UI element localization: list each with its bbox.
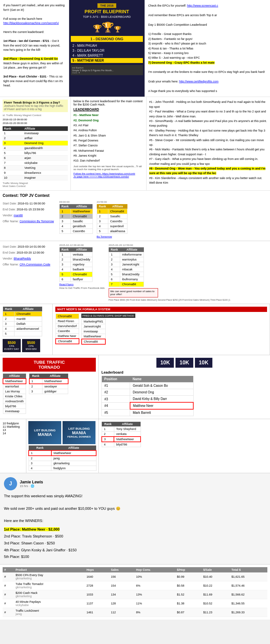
affiliate: ChromaBit <box>120 282 144 287</box>
section2-left: Fiverr Tweak Brings in 3 Figures a Day? … <box>0 97 71 190</box>
jamie-section: J Jamie Lewis 15 hrs · 🌐 The support thi… <box>0 473 270 565</box>
table-row: 5alaakhassa <box>97 229 127 234</box>
stat-hops: 1033 <box>85 590 109 599</box>
lb-item-2: 2 - MAN PHUAH <box>71 43 143 48</box>
trophy-1st: 🏆 <box>102 21 114 33</box>
sec4-table2: 2015-02-20 12:59:00 RankAffiliate 1mikef… <box>109 244 230 301</box>
table-row: AndreasSmith <box>3 399 26 404</box>
lb-main: MANIA <box>38 432 52 437</box>
table-row: 3JamesKnight <box>109 262 144 267</box>
rank: 4 <box>3 326 14 331</box>
lb-8: #8. Mohammed Faraaz <box>73 148 144 153</box>
table-row: 3Delilah <box>3 322 42 326</box>
col-total: Total $ <box>230 567 267 572</box>
highlight-desmond: 7) Desmond Ong - Crazy EPC thanks a lot … <box>148 61 215 64</box>
col-affiliate: Affiliate <box>114 422 141 427</box>
affiliate: badbank <box>71 267 93 272</box>
table-row: MatthewNeer <box>82 334 106 339</box>
stat-product: $500 CPA Every Daygkmarketing <box>14 572 85 581</box>
name: Mark Barrett <box>130 409 193 416</box>
contest-link[interactable]: Follow the contest here: https://warrior… <box>73 172 135 175</box>
affiliate: MatthewNeer <box>71 209 93 214</box>
num-10: 10 fredglynn <box>3 422 23 425</box>
by-tomorrow-link[interactable]: By Tomorrow <box>97 235 128 238</box>
rank: 4 <box>60 224 71 229</box>
row: DanAshendorf <box>56 324 79 329</box>
trophy-2nd: 🏆 <box>93 24 102 33</box>
num-11: 11 Marketing <box>3 425 23 428</box>
stat-conv: 10% <box>134 572 175 581</box>
matt-neer-section: MATT NEER'S 5K FORMULA SYSTEM ChromaBit … <box>53 304 270 355</box>
num-14: 14 <box>3 432 23 435</box>
vendor-value[interactable]: man88 <box>14 214 23 217</box>
lb-table1: RankAffiliate 1MatthewNeer 2janig 3gkmar… <box>28 445 96 471</box>
sec4-table1: 2015-02-12 09:40:00 RankAffiliate 1venka… <box>59 244 105 301</box>
vendor-bharat[interactable]: BharatReddy <box>14 257 31 260</box>
table2-block: 23:59:00 RankAffiliate 1ChromaBit 2Sasal… <box>97 200 128 238</box>
col-affiliate: Affiliate <box>14 307 42 312</box>
rank: 4 <box>3 146 23 151</box>
lb-list: #1 - Matthew Neer #2. Desmond Ong #3. Ar… <box>73 113 144 163</box>
jamie-name: Jamie Lewis <box>20 480 43 484</box>
row: MarketingPhil1 <box>82 319 106 324</box>
ten-k-badges: 10K 10K 10K <box>101 358 267 368</box>
col-rank: Rank <box>102 422 114 427</box>
stat-row: # 40 Minute Paydaysvickybabe 1137 128 11… <box>3 599 267 608</box>
stat-hops: 1640 <box>85 572 109 581</box>
col-affiliate: Affiliate <box>71 247 93 252</box>
affiliate: imaginer <box>23 175 68 180</box>
stat-per-sale: $11.23 <box>202 608 230 617</box>
section4-content: Start Date: 2015-03-14 01:00:00 End Date… <box>3 244 267 301</box>
table-row: 1investaaap <box>3 131 68 136</box>
contest-label: st: Traffic Money Magnet Contest <box>3 114 68 117</box>
tornado-title: TUBE TRAFFICTORNADO <box>3 358 96 372</box>
section3: Contest: TOP JV Contest Start Date: 2016… <box>0 191 270 241</box>
table-row: 2bharat2reddy <box>60 257 93 262</box>
page-wrapper: If you haven't yet mailed...what are you… <box>0 0 270 620</box>
read-flyers-link[interactable]: Read Flyers <box>59 283 105 286</box>
affiliate: aidanthomasnoel <box>14 326 42 331</box>
affiliate-matthew: MatthewNeer <box>3 379 26 384</box>
stat-total: $1,621.65 <box>230 572 267 581</box>
jv-link[interactable]: Jv page here ====> http://200cashhack.co… <box>73 175 129 178</box>
rank: 4 <box>109 267 120 272</box>
stat-conv: 13% <box>134 590 175 599</box>
stat-product: Traffic LockDown!janig <box>14 608 85 617</box>
lb-10: #10. Dan Ashendorf <box>73 158 144 163</box>
rank: 3 <box>109 262 120 267</box>
row: CasonBo <box>56 329 79 334</box>
stat-per-sale: $10.52 <box>202 599 230 608</box>
stats-section: # Product Hops Sales Hop Conv. $/Hop $/S… <box>0 565 270 620</box>
table-row: 4superdevil <box>97 224 127 229</box>
rank: 6 <box>109 277 120 282</box>
stat-hops: 1137 <box>85 599 109 608</box>
lb-9: #9. James Knight <box>73 153 144 158</box>
fiverr-title: Fiverr Tweak Brings in 3 Figures a Day? <box>4 101 60 104</box>
epc-link[interactable]: http://www.screencast.c <box>187 4 218 7</box>
rank: 2 <box>97 214 108 219</box>
rank: 5 <box>60 272 71 277</box>
affiliate: bilyd786 <box>114 442 141 447</box>
stat-conv: 11% <box>134 599 175 608</box>
table-row: ChromaBit <box>82 339 106 344</box>
affiliate: fastflyer <box>71 277 93 282</box>
launch-link[interactable]: http://blackboxsalesmachine.com/secret/v… <box>3 21 59 25</box>
offer-cpa[interactable]: CPA Commission Code <box>19 263 50 266</box>
offer-value[interactable]: Commission By Tomorrow <box>19 220 54 223</box>
rank: 1 <box>60 252 71 257</box>
rank: 3 <box>97 219 108 224</box>
table-row: investaaap <box>3 409 26 414</box>
lb-main2: MANIA <box>72 430 86 435</box>
jamie-message: The support this weekend was simply AMAZ… <box>4 493 266 524</box>
prize-text: First Place $500 (50 Front End Sales Min… <box>109 299 230 301</box>
rank: 5 <box>97 229 108 234</box>
price-2: $500 <box>24 341 39 345</box>
stat-per-hop: $1.52 <box>175 590 202 599</box>
table-row-matthew: 1MatthewNeer <box>29 450 96 456</box>
email-link[interactable]: http://www.certifiedprofits.com <box>179 80 219 83</box>
coffee-title: FRED & GLYNN'S COFFE SHOP METHOD <box>81 314 135 318</box>
stat-per-sale: $10.22 <box>202 581 230 590</box>
rank: 4 <box>60 267 71 272</box>
affiliate: ChromaBit <box>71 272 93 277</box>
row: investaaap <box>82 329 106 334</box>
